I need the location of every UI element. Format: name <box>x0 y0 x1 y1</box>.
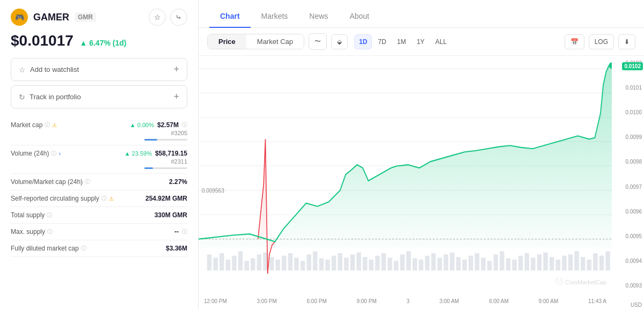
time-7d-button[interactable]: 7D <box>373 34 391 49</box>
market-cap-info-icon[interactable]: ⓘ <box>45 121 50 129</box>
svg-rect-68 <box>574 251 579 270</box>
x-label-5: 3 <box>406 298 409 304</box>
svg-rect-63 <box>543 253 547 270</box>
market-cap-value-info[interactable]: ⓘ <box>182 121 187 129</box>
svg-rect-36 <box>375 256 379 270</box>
market-cap-type-button[interactable]: Market Cap <box>246 34 304 49</box>
svg-rect-37 <box>382 253 386 270</box>
max-supply-value-info[interactable]: ⓘ <box>182 228 187 236</box>
time-1m-button[interactable]: 1M <box>392 34 411 49</box>
tab-news[interactable]: News <box>298 8 339 28</box>
svg-rect-51 <box>469 256 473 270</box>
y-label-7: 0.0096 <box>614 209 642 215</box>
line-chart-icon-btn[interactable]: 〜 <box>309 33 327 50</box>
svg-rect-29 <box>332 256 336 270</box>
volume-bar <box>144 167 187 169</box>
svg-rect-20 <box>275 260 280 270</box>
max-supply-info-icon[interactable]: ⓘ <box>47 228 53 236</box>
price-type-button[interactable]: Price <box>208 34 246 49</box>
svg-rect-70 <box>587 260 591 270</box>
svg-rect-48 <box>450 253 454 270</box>
tabs-bar: Chart Markets News About <box>199 0 644 28</box>
svg-rect-26 <box>313 251 317 270</box>
svg-rect-9 <box>207 254 211 270</box>
tab-markets[interactable]: Markets <box>251 8 299 28</box>
portfolio-icon: ↻ <box>19 93 25 101</box>
svg-rect-71 <box>593 253 597 270</box>
candle-chart-icon-btn[interactable]: ⬙ <box>331 34 348 49</box>
chart-area: 0.009563 0.0102 0.0101 0.0100 0.0099 0.0… <box>199 56 644 309</box>
star-button[interactable]: ☆ <box>149 9 166 26</box>
share-button[interactable]: ⤷ <box>170 9 187 26</box>
price-change: ▲ 6.47% (1d) <box>79 39 126 47</box>
svg-rect-61 <box>531 258 535 270</box>
svg-rect-35 <box>369 260 373 270</box>
x-label-8: 9:00 AM <box>539 298 559 304</box>
svg-rect-45 <box>431 253 436 270</box>
volume-arrow[interactable]: › <box>58 150 61 157</box>
svg-rect-67 <box>568 254 573 270</box>
svg-rect-60 <box>525 253 529 270</box>
svg-rect-19 <box>269 257 274 270</box>
diluted-mc-info-icon[interactable]: ⓘ <box>81 245 86 252</box>
circ-info-icon[interactable]: ⓘ <box>101 195 107 202</box>
svg-rect-39 <box>394 261 398 270</box>
svg-rect-64 <box>550 257 554 270</box>
max-supply-label: Max. supply <box>11 228 45 236</box>
coin-symbol: GMR <box>75 12 96 22</box>
diluted-market-cap-row: Fully diluted market cap ⓘ $3.36M <box>11 240 187 257</box>
svg-rect-16 <box>251 258 255 270</box>
track-portfolio-button[interactable]: ↻ Track in portfolio + <box>11 85 187 108</box>
volume-info-icon[interactable]: ⓘ <box>51 150 56 157</box>
calendar-button[interactable]: 📅 <box>565 34 584 49</box>
svg-rect-13 <box>232 256 236 270</box>
circulating-supply-label: Self-reported circulating supply <box>11 195 99 202</box>
svg-rect-24 <box>301 261 305 270</box>
time-1y-button[interactable]: 1Y <box>412 34 429 49</box>
svg-rect-42 <box>413 258 417 270</box>
svg-rect-30 <box>338 253 342 270</box>
svg-rect-53 <box>481 258 485 270</box>
market-cap-row: Market cap ⓘ ⚠ ▲ 0.00% $2.57M ⓘ #3205 <box>11 117 187 145</box>
tab-chart[interactable]: Chart <box>209 8 251 28</box>
svg-rect-57 <box>506 258 510 270</box>
total-supply-value: 330M GMR <box>155 211 187 219</box>
svg-rect-23 <box>294 258 298 270</box>
time-all-button[interactable]: ALL <box>430 34 451 49</box>
svg-rect-27 <box>319 258 324 270</box>
svg-rect-21 <box>282 256 286 270</box>
svg-rect-25 <box>306 254 311 270</box>
circulating-supply-value: 254.92M GMR <box>145 195 187 202</box>
svg-rect-58 <box>512 260 516 270</box>
svg-rect-65 <box>556 260 560 270</box>
svg-rect-73 <box>605 251 610 270</box>
x-label-9: 11:43 A <box>588 298 606 304</box>
plus-icon: + <box>173 64 179 75</box>
x-label-4: 9:00 PM <box>356 298 376 304</box>
volume-value: $58,719.15 <box>155 150 187 157</box>
circ-warning-icon: ⚠ <box>109 196 114 202</box>
svg-rect-12 <box>226 260 230 270</box>
star-icon: ☆ <box>19 65 26 74</box>
svg-rect-40 <box>400 254 405 270</box>
log-button[interactable]: LOG <box>589 34 614 49</box>
add-watchlist-button[interactable]: ☆ Add to watchlist + <box>11 58 187 81</box>
tab-about[interactable]: About <box>339 8 380 28</box>
y-label-9: 0.0094 <box>614 258 642 264</box>
svg-rect-22 <box>288 253 292 270</box>
market-cap-label: Market cap <box>11 121 42 129</box>
total-supply-info-icon[interactable]: ⓘ <box>47 211 52 219</box>
y-axis: 0.0102 0.0101 0.0100 0.0099 0.0098 0.009… <box>612 56 644 293</box>
volume-market-cap-value: 2.27% <box>169 178 187 186</box>
volume-label: Volume (24h) <box>11 150 49 157</box>
y-label-3: 0.0100 <box>614 109 642 115</box>
market-cap-warning-icon: ⚠ <box>52 122 57 128</box>
time-1d-button[interactable]: 1D <box>354 34 372 49</box>
svg-rect-34 <box>363 257 367 270</box>
download-button[interactable]: ⬇ <box>618 34 635 49</box>
volume-mc-info-icon[interactable]: ⓘ <box>85 178 90 186</box>
svg-rect-32 <box>350 254 355 270</box>
total-supply-label: Total supply <box>11 211 45 219</box>
svg-rect-52 <box>475 253 479 270</box>
chart-type-group: Price Market Cap <box>207 34 304 49</box>
